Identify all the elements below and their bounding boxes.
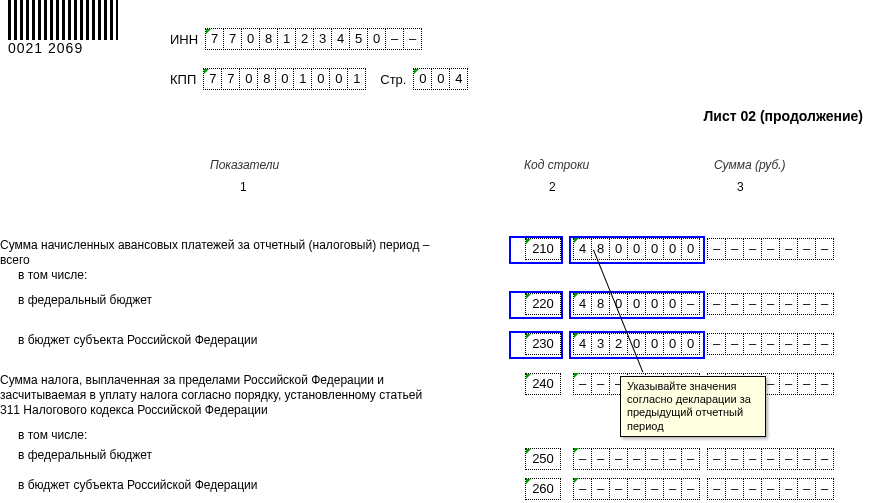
cell: 7 (221, 68, 240, 90)
cell: – (627, 478, 646, 500)
cell: 0 (431, 68, 450, 90)
row-label: в федеральный бюджет (0, 448, 162, 463)
cell: – (403, 28, 422, 50)
cell: – (681, 478, 700, 500)
cell: – (779, 293, 798, 315)
page-label: Стр. (380, 72, 406, 87)
cell: – (645, 478, 664, 500)
cell: – (779, 333, 798, 355)
cell: 7 (203, 68, 222, 90)
cell: – (815, 238, 834, 260)
cell: – (815, 293, 834, 315)
row-label: в том числе: (0, 428, 97, 443)
barcode-block: 0021 2069 (8, 0, 118, 56)
cell: 1 (277, 28, 296, 50)
cell: – (573, 373, 592, 395)
cell: 2 (295, 28, 314, 50)
cell: 1 (293, 68, 312, 90)
cell: – (797, 373, 816, 395)
cell: – (779, 373, 798, 395)
cell: 3 (313, 28, 332, 50)
sum-wrap: –––––––––––––– (574, 448, 834, 470)
cell: – (681, 448, 700, 470)
line-code: 250 (525, 448, 561, 470)
cell: – (761, 448, 780, 470)
cell: – (591, 373, 610, 395)
cell: – (797, 238, 816, 260)
inn-cells: 7708123450–– (206, 28, 422, 50)
cell: – (385, 28, 404, 50)
cell: – (815, 333, 834, 355)
row-label: Сумма налога, выплаченная за пределами Р… (0, 373, 440, 418)
cell: 5 (349, 28, 368, 50)
cell: – (725, 478, 744, 500)
cell: – (743, 478, 762, 500)
cell: 0 (367, 28, 386, 50)
barcode-text: 0021 2069 (8, 40, 118, 56)
cell: – (743, 448, 762, 470)
cell: – (609, 448, 628, 470)
subheader-3: 3 (737, 180, 744, 194)
cell: – (645, 448, 664, 470)
cell: – (609, 478, 628, 500)
cell: – (591, 448, 610, 470)
cell: – (663, 478, 682, 500)
highlight-sum-230 (569, 331, 705, 359)
header-sum: Сумма (руб.) (714, 158, 786, 172)
cell: – (761, 293, 780, 315)
cell: – (725, 238, 744, 260)
highlight-sum-220 (569, 291, 705, 319)
cell: – (707, 293, 726, 315)
kpp-label: КПП (170, 72, 196, 87)
sheet-title: Лист 02 (продолжение) (704, 108, 863, 124)
cell: – (743, 333, 762, 355)
cell: 0 (241, 28, 260, 50)
sum-wrap: –––––––––––––– (574, 478, 834, 500)
highlight-sum-210 (569, 236, 705, 264)
kpp-cells: 770801001 (204, 68, 366, 90)
cell: – (815, 478, 834, 500)
cell: – (707, 448, 726, 470)
cell: – (707, 238, 726, 260)
cell: – (707, 333, 726, 355)
cell: 1 (347, 68, 366, 90)
cell: – (779, 478, 798, 500)
cell: 7 (205, 28, 224, 50)
barcode-image (8, 0, 118, 40)
cell: – (797, 333, 816, 355)
cell: – (743, 238, 762, 260)
cell: 4 (449, 68, 468, 90)
cell: – (815, 448, 834, 470)
cell: – (797, 293, 816, 315)
cell: 4 (331, 28, 350, 50)
subheader-2: 2 (549, 180, 556, 194)
line-code: 240 (525, 373, 561, 395)
subheader-1: 1 (240, 180, 247, 194)
header-indicators: Показатели (210, 158, 279, 172)
cell: – (573, 448, 592, 470)
cell: – (761, 333, 780, 355)
cell: – (725, 333, 744, 355)
cell: – (663, 448, 682, 470)
cell: 0 (311, 68, 330, 90)
row-label: Сумма начисленных авансовых платежей за … (0, 238, 440, 268)
inn-label: ИНН (170, 32, 198, 47)
header-code: Код строки (524, 158, 589, 172)
cell: – (779, 448, 798, 470)
cell: – (797, 478, 816, 500)
cell: – (725, 293, 744, 315)
cell: – (573, 478, 592, 500)
highlight-code-220 (509, 291, 563, 319)
cell: 8 (257, 68, 276, 90)
cell: – (797, 448, 816, 470)
cell: 7 (223, 28, 242, 50)
cell: – (725, 448, 744, 470)
cell: 0 (413, 68, 432, 90)
cell: – (761, 478, 780, 500)
cell: – (743, 293, 762, 315)
line-code: 260 (525, 478, 561, 500)
page-cells: 004 (414, 68, 468, 90)
highlight-code-230 (509, 331, 563, 359)
cell: 0 (239, 68, 258, 90)
cell: 0 (275, 68, 294, 90)
